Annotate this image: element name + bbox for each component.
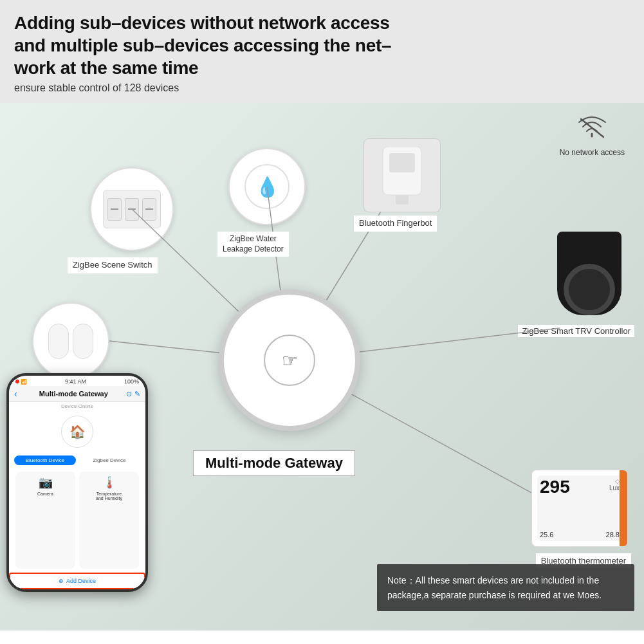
header-subtitle: ensure stable control of 128 devices [14,82,630,94]
thermo-temp: 25.6 [540,531,553,538]
trv-body [557,232,621,315]
svg-rect-8 [396,195,409,205]
phone-action-icons: ⊙ ✎ [126,390,140,398]
camera-label: Camera [37,492,53,496]
phone-status-icons: 📶 [15,379,27,385]
thermo-display: 295 ◇ Lux 25.6 28.8 [537,475,622,541]
phone-devices-grid: 📷 Camera 🌡️ Temperatureand Humidity [9,468,145,573]
trv-ring [564,264,615,315]
phone-back-button[interactable]: ‹ [14,389,17,399]
phone-settings-icon[interactable]: ⊙ [126,390,132,398]
camera-icon: 📷 [39,475,53,490]
switch-body [103,190,161,228]
scene-switch-circle [90,167,174,251]
no-wifi-icon [560,116,625,145]
trv-label: ZigBee Smart TRV Controllor [518,325,634,337]
no-network-label: No network access [560,148,625,157]
temp-icon: 🌡️ [102,475,116,490]
diagram-section: No network access ZigBee Scene Switch 💧 … [0,103,644,630]
phone-time: 9:41 AM [65,378,86,385]
switch-btn-1 [107,198,122,221]
gateway-inner: ☞ [264,335,315,386]
header-section: Adding sub–devices without network acces… [0,0,644,103]
thermo-orange-bar [620,470,627,546]
thermo-main-temp: 295 [540,478,570,496]
trv-container [557,232,621,315]
thermometer-device: 295 ◇ Lux 25.6 28.8 [531,470,628,547]
wifi-indicator [15,380,19,383]
switch-btn-2 [125,198,139,221]
phone-gateway-image: 🏠 [61,416,93,448]
phone-device-card-camera: 📷 Camera [15,472,75,569]
phone-tabs: Bluetooth Device Zigbee Device [9,453,145,468]
add-device-label: Add Device [66,578,96,584]
phone-gateway-icon-area: 🏠 [9,410,145,453]
water-sensor-body: 💧 [244,164,290,209]
phone-tab-zigbee[interactable]: Zigbee Device [78,455,140,465]
switch-btn-3 [142,198,156,221]
no-network-badge: No network access [560,116,625,157]
door-sensor-circle [32,302,109,380]
phone-battery: 100% [124,378,139,385]
gateway-circle: ☞ [219,290,360,431]
phone-title: Multi-mode Gateway [21,390,126,398]
water-leakage-label: ZigBee WaterLeakage Detector [217,232,289,257]
phone-mockup: 📶 9:41 AM 100% ‹ Multi-mode Gateway ⊙ ✎ … [6,373,148,592]
phone-edit-icon[interactable]: ✎ [134,390,140,398]
add-device-icon: ⊕ [59,578,64,584]
phone-screen: 📶 9:41 AM 100% ‹ Multi-mode Gateway ⊙ ✎ … [9,376,145,589]
phone-nav-bar: ‹ Multi-mode Gateway ⊙ ✎ [9,386,145,402]
door-part-2 [73,324,93,359]
phone-device-status: Device Online [9,402,145,410]
phone-status-bar: 📶 9:41 AM 100% [9,376,145,386]
scene-switch-label: ZigBee Scene Switch [68,257,158,273]
thermo-bottom: 25.6 28.8 [540,531,620,538]
thermo-lux: Lux [609,484,620,492]
phone-tab-bluetooth[interactable]: Bluetooth Device [14,455,76,465]
phone-add-device-button[interactable]: ⊕ Add Device [9,573,145,589]
thermo-humidity: 28.8 [606,531,620,538]
fingerbot-container [363,138,441,212]
svg-rect-7 [389,153,415,172]
fingerbot-body [363,138,441,212]
note-box: Note：All these smart devices are not inc… [377,564,634,611]
temp-label: Temperatureand Humidity [96,492,122,501]
gateway-icon: ☞ [282,350,298,371]
water-leakage-circle: 💧 [228,148,306,225]
header-title: Adding sub–devices without network acces… [14,12,630,79]
door-part-1 [48,324,69,359]
gateway-label-box: Multi-mode Gateway [193,450,355,476]
fingerbot-label: Bluetooth Fingerbot [354,216,437,232]
door-sensor-body [48,324,93,359]
phone-device-card-temp: 🌡️ Temperatureand Humidity [79,472,139,569]
fingerbot-svg [376,147,428,205]
